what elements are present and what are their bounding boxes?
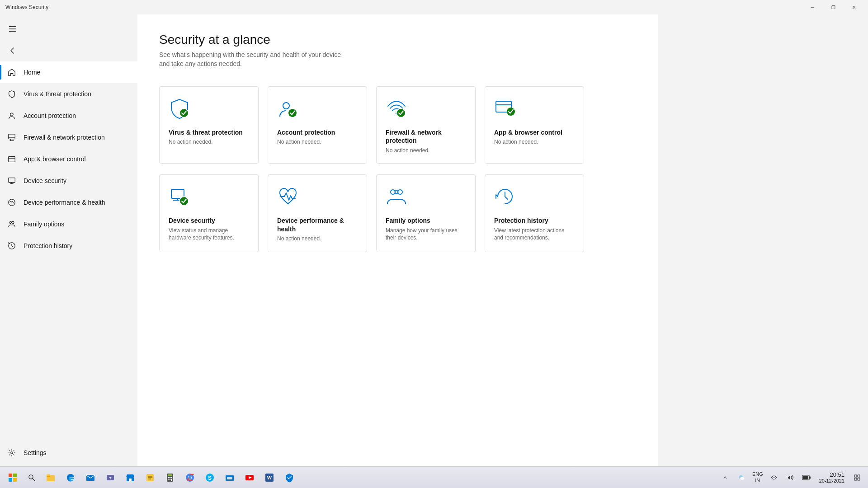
restore-button[interactable]: ❐ bbox=[823, 0, 844, 14]
taskbar-app-snip[interactable] bbox=[221, 469, 239, 487]
svg-point-20 bbox=[283, 103, 289, 109]
network-status-icon[interactable] bbox=[767, 470, 781, 485]
snip-icon bbox=[225, 473, 235, 483]
minimize-button[interactable]: ─ bbox=[802, 0, 823, 14]
taskbar-app-defender[interactable] bbox=[280, 469, 298, 487]
close-button[interactable]: ✕ bbox=[844, 0, 864, 14]
browser-icon bbox=[7, 155, 16, 164]
cloud-icon bbox=[737, 474, 745, 482]
page-title: Security at a glance bbox=[159, 33, 637, 47]
chrome-icon bbox=[185, 473, 195, 483]
svg-point-3 bbox=[10, 113, 13, 116]
svg-rect-61 bbox=[168, 479, 169, 479]
cards-row-1: Virus & threat protection No action need… bbox=[159, 86, 637, 164]
search-button[interactable] bbox=[24, 469, 40, 486]
svg-point-76 bbox=[740, 477, 745, 480]
taskbar-app-explorer[interactable] bbox=[42, 469, 60, 487]
sidebar-item-appbrowser[interactable]: App & browser control bbox=[0, 148, 137, 170]
sidebar: Home Virus & threat protection Account p… bbox=[0, 14, 137, 471]
calculator-icon bbox=[165, 473, 175, 483]
svg-point-22 bbox=[288, 109, 297, 117]
battery-level-icon bbox=[802, 475, 811, 480]
card-account[interactable]: Account protection No action needed. bbox=[268, 86, 367, 164]
card-firewall[interactable]: Firewall & network protection No action … bbox=[376, 86, 476, 164]
notes-icon bbox=[145, 473, 155, 483]
sidebar-item-devicesecurity[interactable]: Device security bbox=[0, 170, 137, 192]
taskbar-app-skype[interactable]: S bbox=[201, 469, 219, 487]
sidebar-item-account[interactable]: Account protection bbox=[0, 105, 137, 127]
svg-rect-51 bbox=[129, 479, 132, 481]
svg-text:T: T bbox=[109, 476, 112, 480]
card-history[interactable]: Protection history View latest protectio… bbox=[485, 174, 584, 252]
taskbar-app-youtube[interactable] bbox=[241, 469, 259, 487]
svg-rect-70 bbox=[227, 477, 232, 479]
sidebar-item-settings[interactable]: Settings bbox=[0, 442, 137, 464]
notification-icon[interactable] bbox=[850, 470, 864, 485]
card-devicehealth[interactable]: Device performance & health No action ne… bbox=[268, 174, 367, 252]
taskbar-app-mail[interactable] bbox=[81, 469, 99, 487]
svg-rect-40 bbox=[9, 478, 12, 482]
volume-icon[interactable] bbox=[783, 470, 797, 485]
sidebar-item-label: Device performance & health bbox=[24, 199, 105, 206]
taskbar-app-chrome[interactable] bbox=[181, 469, 199, 487]
clock-display[interactable]: 20:51 20-12-2021 bbox=[816, 471, 848, 483]
health-icon bbox=[7, 198, 16, 207]
chevron-up-icon bbox=[723, 476, 727, 479]
network-icon bbox=[7, 133, 16, 142]
language-indicator[interactable]: ENG IN bbox=[750, 471, 765, 483]
svg-rect-9 bbox=[9, 157, 15, 162]
sidebar-item-home[interactable]: Home bbox=[0, 61, 137, 83]
hamburger-menu-button[interactable] bbox=[4, 20, 22, 38]
svg-rect-60 bbox=[171, 477, 172, 478]
sidebar-item-devicehealth[interactable]: Device performance & health bbox=[0, 192, 137, 213]
sidebar-item-history[interactable]: Protection history bbox=[0, 235, 137, 257]
sidebar-item-firewall[interactable]: Firewall & network protection bbox=[0, 127, 137, 148]
word-icon: W bbox=[264, 473, 274, 483]
tray-arrow-icon[interactable] bbox=[718, 470, 732, 485]
card-title-firewall: Firewall & network protection bbox=[386, 128, 466, 145]
sidebar-item-label: Home bbox=[24, 69, 40, 76]
card-appbrowser[interactable]: App & browser control No action needed. bbox=[485, 86, 584, 164]
defender-icon bbox=[284, 473, 294, 483]
card-virus[interactable]: Virus & threat protection No action need… bbox=[159, 86, 259, 164]
svg-rect-1 bbox=[9, 28, 16, 29]
sidebar-item-family[interactable]: Family options bbox=[0, 213, 137, 235]
back-button[interactable] bbox=[4, 42, 22, 60]
svg-rect-62 bbox=[170, 479, 171, 479]
svg-point-17 bbox=[11, 452, 13, 454]
card-title-devicehealth: Device performance & health bbox=[277, 216, 358, 233]
card-title-family: Family options bbox=[386, 216, 466, 225]
card-title-devicesecurity: Device security bbox=[169, 216, 249, 225]
taskbar-app-store[interactable] bbox=[121, 469, 139, 487]
sidebar-item-virus[interactable]: Virus & threat protection bbox=[0, 83, 137, 105]
sidebar-item-label: App & browser control bbox=[24, 155, 86, 163]
card-status-firewall: No action needed. bbox=[386, 147, 466, 155]
card-devicesecurity[interactable]: Device security View status and manage h… bbox=[159, 174, 259, 252]
taskbar-app-edge[interactable] bbox=[61, 469, 80, 487]
store-icon bbox=[125, 473, 135, 483]
start-button[interactable] bbox=[4, 469, 22, 487]
taskbar: T bbox=[0, 466, 868, 488]
skype-icon: S bbox=[205, 473, 215, 483]
svg-rect-79 bbox=[809, 476, 811, 479]
svg-rect-2 bbox=[9, 31, 16, 32]
wifi-icon bbox=[770, 474, 778, 481]
home-icon bbox=[7, 68, 16, 77]
battery-icon[interactable] bbox=[799, 470, 814, 485]
card-icon-devicehealth bbox=[277, 186, 301, 209]
app-window: Home Virus & threat protection Account p… bbox=[0, 14, 658, 471]
svg-point-77 bbox=[774, 479, 774, 480]
taskbar-app-notes[interactable] bbox=[141, 469, 159, 487]
svg-point-16 bbox=[12, 221, 14, 224]
card-family[interactable]: Family options Manage how your family us… bbox=[376, 174, 476, 252]
taskbar-app-word[interactable]: W bbox=[260, 469, 278, 487]
svg-rect-4 bbox=[9, 134, 15, 139]
lang-line2: IN bbox=[752, 478, 763, 483]
card-status-devicehealth: No action needed. bbox=[277, 235, 358, 243]
svg-rect-41 bbox=[13, 478, 17, 482]
taskbar-app-calculator[interactable] bbox=[161, 469, 179, 487]
weather-icon[interactable] bbox=[734, 470, 749, 485]
svg-rect-57 bbox=[168, 474, 172, 476]
history-icon bbox=[7, 241, 16, 250]
taskbar-app-teams[interactable]: T bbox=[101, 469, 119, 487]
